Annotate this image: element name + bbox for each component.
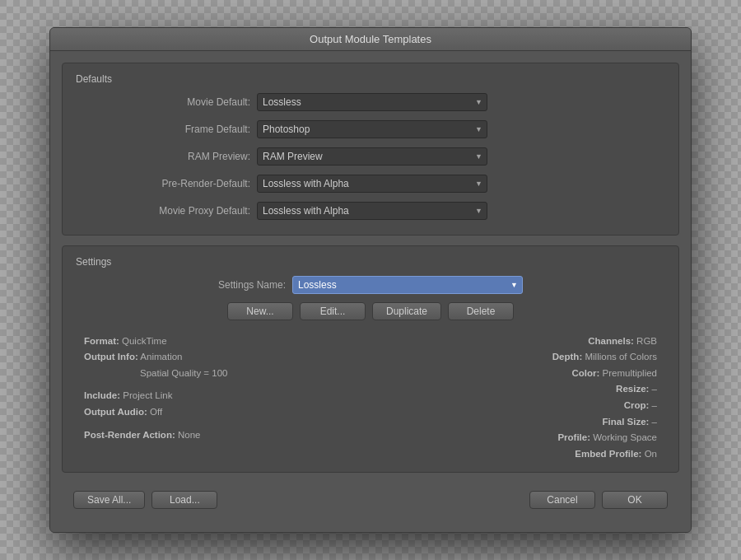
channels-label: Channels: bbox=[588, 336, 634, 346]
movie-proxy-select-wrapper[interactable]: Lossless with Alpha bbox=[257, 202, 487, 220]
pre-render-select-wrapper[interactable]: Lossless with Alpha bbox=[257, 175, 487, 193]
final-size-label: Final Size: bbox=[603, 417, 650, 427]
info-left: Format: QuickTime Output Info: Animation… bbox=[84, 334, 418, 462]
output-audio-line: Output Audio: Off bbox=[84, 404, 418, 421]
post-render-label: Post-Render Action: bbox=[84, 430, 175, 440]
cancel-button[interactable]: Cancel bbox=[529, 491, 595, 509]
ram-preview-label: RAM Preview: bbox=[125, 151, 257, 162]
ram-preview-row: RAM Preview: RAM Preview bbox=[125, 147, 665, 166]
include-line: Include: Project Link bbox=[84, 388, 418, 404]
settings-name-select-wrapper[interactable]: Lossless bbox=[292, 276, 523, 294]
pre-render-select[interactable]: Lossless with Alpha bbox=[257, 175, 487, 193]
settings-section: Settings Settings Name: Lossless New... … bbox=[62, 245, 679, 473]
title-bar: Output Module Templates bbox=[50, 28, 691, 51]
depth-value: Millions of Colors bbox=[585, 352, 657, 362]
pre-render-row: Pre-Render-Default: Lossless with Alpha bbox=[125, 175, 665, 193]
ok-button[interactable]: OK bbox=[602, 491, 668, 509]
settings-buttons-row: New... Edit... Duplicate Delete bbox=[76, 302, 665, 320]
resize-value: – bbox=[652, 384, 657, 394]
movie-default-select[interactable]: Lossless bbox=[257, 93, 487, 111]
frame-default-select[interactable]: Photoshop bbox=[257, 120, 487, 138]
color-value: Premultiplied bbox=[603, 368, 657, 378]
movie-proxy-label: Movie Proxy Default: bbox=[125, 205, 257, 217]
spatial-quality: Spatial Quality = 100 bbox=[140, 368, 227, 378]
post-render-value: None bbox=[178, 430, 201, 440]
embed-profile-line: Embed Profile: On bbox=[426, 446, 657, 463]
profile-line: Profile: Working Space bbox=[426, 430, 657, 446]
ram-preview-select[interactable]: RAM Preview bbox=[257, 147, 487, 166]
channels-line: Channels: RGB bbox=[426, 334, 657, 350]
bottom-left-buttons: Save All... Load... bbox=[73, 491, 217, 509]
format-label: Format: bbox=[84, 336, 119, 346]
include-label: Include: bbox=[84, 390, 120, 400]
movie-default-label: Movie Default: bbox=[125, 96, 257, 108]
crop-label: Crop: bbox=[624, 400, 650, 410]
movie-proxy-select[interactable]: Lossless with Alpha bbox=[257, 202, 487, 220]
load-button[interactable]: Load... bbox=[151, 491, 217, 509]
depth-line: Depth: Millions of Colors bbox=[426, 349, 657, 366]
output-info-label: Output Info: bbox=[84, 352, 138, 362]
new-button[interactable]: New... bbox=[227, 302, 293, 320]
color-label: Color: bbox=[571, 368, 599, 378]
output-info-line: Output Info: Animation bbox=[84, 349, 418, 366]
bottom-bar: Save All... Load... Cancel OK bbox=[62, 483, 679, 520]
info-right: Channels: RGB Depth: Millions of Colors … bbox=[426, 334, 657, 462]
final-size-line: Final Size: – bbox=[426, 414, 657, 431]
defaults-label: Defaults bbox=[76, 73, 665, 85]
output-module-templates-window: Output Module Templates Defaults Movie D… bbox=[49, 27, 692, 533]
window-title: Output Module Templates bbox=[310, 33, 431, 45]
profile-label: Profile: bbox=[557, 432, 590, 442]
post-render-line: Post-Render Action: None bbox=[84, 427, 418, 444]
frame-default-select-wrapper[interactable]: Photoshop bbox=[257, 120, 487, 138]
frame-default-row: Frame Default: Photoshop bbox=[125, 120, 665, 138]
output-info-value: Animation bbox=[140, 352, 182, 362]
duplicate-button[interactable]: Duplicate bbox=[372, 302, 441, 320]
output-audio-label: Output Audio: bbox=[84, 407, 147, 417]
resize-line: Resize: – bbox=[426, 381, 657, 398]
frame-default-label: Frame Default: bbox=[125, 124, 257, 135]
format-value: QuickTime bbox=[122, 336, 167, 346]
edit-button[interactable]: Edit... bbox=[300, 302, 366, 320]
spatial-quality-line: Spatial Quality = 100 bbox=[84, 366, 418, 382]
bottom-right-buttons: Cancel OK bbox=[529, 491, 668, 509]
settings-name-row: Settings Name: Lossless bbox=[76, 276, 665, 294]
crop-line: Crop: – bbox=[426, 398, 657, 414]
embed-profile-label: Embed Profile: bbox=[575, 449, 641, 459]
embed-profile-value: On bbox=[645, 449, 657, 459]
settings-name-label: Settings Name: bbox=[218, 279, 286, 291]
save-all-button[interactable]: Save All... bbox=[73, 491, 145, 509]
channels-value: RGB bbox=[636, 336, 657, 346]
movie-default-select-wrapper[interactable]: Lossless bbox=[257, 93, 487, 111]
final-size-value: – bbox=[652, 417, 657, 427]
delete-button[interactable]: Delete bbox=[448, 302, 514, 320]
pre-render-label: Pre-Render-Default: bbox=[125, 178, 257, 189]
format-line: Format: QuickTime bbox=[84, 334, 418, 350]
include-value: Project Link bbox=[123, 390, 172, 400]
defaults-fields: Movie Default: Lossless Frame Default: P… bbox=[76, 93, 665, 225]
crop-value: – bbox=[652, 400, 657, 410]
color-line: Color: Premultiplied bbox=[426, 366, 657, 382]
output-audio-value: Off bbox=[150, 407, 162, 417]
settings-label: Settings bbox=[76, 256, 665, 268]
ram-preview-select-wrapper[interactable]: RAM Preview bbox=[257, 147, 487, 166]
movie-proxy-row: Movie Proxy Default: Lossless with Alpha bbox=[125, 202, 665, 220]
info-section: Format: QuickTime Output Info: Animation… bbox=[76, 334, 665, 462]
defaults-section: Defaults Movie Default: Lossless Frame D… bbox=[62, 63, 679, 236]
profile-value: Working Space bbox=[593, 432, 657, 442]
depth-label: Depth: bbox=[552, 352, 582, 362]
movie-default-row: Movie Default: Lossless bbox=[125, 93, 665, 111]
resize-label: Resize: bbox=[616, 384, 649, 394]
settings-name-select[interactable]: Lossless bbox=[292, 276, 523, 294]
